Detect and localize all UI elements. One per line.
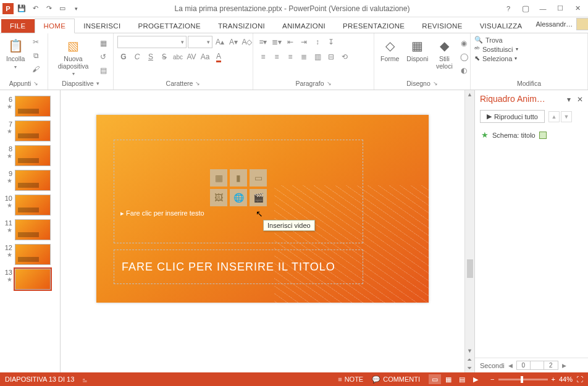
notes-button[interactable]: ≡NOTE bbox=[338, 376, 363, 383]
slideshow-view-icon[interactable]: ▶ bbox=[469, 374, 482, 384]
prev-slide-icon[interactable]: ⏶ bbox=[466, 355, 474, 364]
tab-file[interactable]: FILE bbox=[1, 19, 35, 33]
shape-effects-icon[interactable]: ◐ bbox=[458, 64, 470, 77]
select-button[interactable]: ⬉Seleziona▾ bbox=[474, 54, 517, 62]
insert-picture-icon[interactable]: 🖼 bbox=[210, 189, 227, 206]
animation-item[interactable]: ★ Schema: titolo bbox=[475, 128, 588, 142]
tab-inserisci[interactable]: INSERISCI bbox=[75, 19, 129, 33]
start-slideshow-icon[interactable]: ▭ bbox=[57, 3, 68, 14]
task-pane-options-icon[interactable]: ▾ bbox=[567, 95, 571, 104]
qat-more-icon[interactable]: ▾ bbox=[70, 3, 82, 14]
grow-font-icon[interactable]: A▴ bbox=[214, 36, 226, 48]
shrink-font-icon[interactable]: A▾ bbox=[227, 36, 240, 48]
content-placeholder[interactable]: Fare clic per inserire testo ▦ ▮ ▭ 🖼 🌐 🎬 bbox=[114, 140, 363, 243]
spellcheck-icon[interactable]: ⎁ bbox=[83, 376, 87, 383]
align-text-icon[interactable]: ⊟ bbox=[325, 51, 337, 63]
carattere-launcher-icon[interactable]: ↘ bbox=[195, 80, 200, 86]
zoom-out-icon[interactable]: − bbox=[490, 376, 494, 383]
case-icon[interactable]: Aa bbox=[199, 51, 211, 63]
redo-icon[interactable]: ↷ bbox=[43, 3, 54, 14]
play-all-button[interactable]: ▶Riproduci tutto bbox=[480, 110, 545, 123]
slide-thumbnail[interactable]: 12★ bbox=[0, 242, 60, 267]
clear-format-icon[interactable]: A◇ bbox=[241, 36, 253, 48]
insert-online-picture-icon[interactable]: 🌐 bbox=[230, 189, 247, 206]
zoom-level[interactable]: 44% bbox=[559, 376, 573, 383]
align-center-icon[interactable]: ≡ bbox=[271, 51, 283, 63]
layout-icon[interactable]: ▦ bbox=[97, 37, 109, 49]
scroll-down-icon[interactable]: ▼ bbox=[466, 346, 474, 355]
align-right-icon[interactable]: ≡ bbox=[284, 51, 296, 63]
zoom-slider[interactable] bbox=[498, 379, 548, 380]
slide-canvas[interactable]: Fare clic per inserire testo ▦ ▮ ▭ 🖼 🌐 🎬… bbox=[96, 115, 429, 303]
line-spacing-icon[interactable]: ↕ bbox=[311, 36, 324, 48]
numbering-icon[interactable]: ≣▾ bbox=[271, 36, 283, 48]
underline-icon[interactable]: S bbox=[145, 51, 157, 63]
text-direction-icon[interactable]: ↧ bbox=[325, 36, 337, 48]
bold-icon[interactable]: G bbox=[117, 51, 130, 63]
close-pane-icon[interactable]: ✕ bbox=[577, 95, 583, 104]
smartart-icon[interactable]: ⟲ bbox=[338, 51, 351, 63]
shape-outline-icon[interactable]: ◯ bbox=[458, 51, 470, 63]
tab-transizioni[interactable]: TRANSIZIONI bbox=[209, 19, 274, 33]
vertical-scrollbar[interactable]: ▲ ▼ ⏶ ⏷ bbox=[464, 90, 474, 372]
slide-thumbnail[interactable]: 10★ bbox=[0, 193, 60, 217]
scrollbar-thumb[interactable] bbox=[467, 259, 473, 278]
save-icon[interactable]: 💾 bbox=[16, 3, 27, 14]
bullets-icon[interactable]: ≡▾ bbox=[257, 36, 269, 48]
slide-thumbnail[interactable]: 11★ bbox=[0, 217, 60, 242]
restore-icon[interactable]: ☐ bbox=[552, 2, 568, 15]
replace-button[interactable]: ᵃᵇSostituisci▾ bbox=[474, 45, 518, 53]
scroll-up-icon[interactable]: ▲ bbox=[466, 90, 474, 99]
slide-thumbnail[interactable]: 8★ bbox=[0, 143, 60, 168]
reading-view-icon[interactable]: ▤ bbox=[456, 374, 468, 384]
next-slide-icon[interactable]: ⏷ bbox=[466, 364, 474, 372]
insert-smartart-icon[interactable]: ▭ bbox=[250, 169, 267, 187]
tab-revisione[interactable]: REVISIONE bbox=[413, 19, 471, 33]
move-up-icon[interactable]: ▲ bbox=[548, 111, 560, 122]
tab-animazioni[interactable]: ANIMAZIONI bbox=[274, 19, 334, 33]
align-left-icon[interactable]: ≡ bbox=[257, 51, 269, 63]
insert-table-icon[interactable]: ▦ bbox=[210, 169, 227, 187]
paragrafo-launcher-icon[interactable]: ↘ bbox=[327, 80, 332, 86]
timeline-left-icon[interactable]: ◀ bbox=[508, 363, 513, 369]
ribbon-options-icon[interactable]: ▢ bbox=[518, 2, 534, 15]
section-icon[interactable]: ▤ bbox=[97, 64, 109, 77]
cut-icon[interactable]: ✂ bbox=[30, 36, 42, 48]
shadow-icon[interactable]: abc bbox=[172, 51, 184, 63]
tab-progettazione[interactable]: PROGETTAZIONE bbox=[129, 19, 209, 33]
spacing-icon[interactable]: AV bbox=[185, 51, 198, 63]
sorter-view-icon[interactable]: ▦ bbox=[442, 374, 455, 384]
comments-button[interactable]: 💬COMMENTI bbox=[372, 376, 420, 384]
arrange-button[interactable]: ▦ Disponi bbox=[404, 36, 430, 64]
fit-window-icon[interactable]: ⛶ bbox=[576, 376, 583, 383]
tab-home[interactable]: HOME bbox=[35, 19, 75, 33]
italic-icon[interactable]: C bbox=[131, 51, 143, 63]
move-down-icon[interactable]: ▼ bbox=[561, 111, 572, 122]
title-placeholder[interactable]: FARE CLIC PER INSERIRE IL TITOLO bbox=[114, 250, 363, 284]
minimize-icon[interactable]: — bbox=[535, 2, 551, 15]
tab-presentazione[interactable]: PRESENTAZIONE bbox=[334, 19, 413, 33]
slide-thumbnail[interactable]: 13★ bbox=[0, 267, 60, 292]
find-button[interactable]: 🔍Trova bbox=[474, 36, 503, 44]
copy-icon[interactable]: ⧉ bbox=[30, 49, 42, 62]
tab-visualizza[interactable]: VISUALIZZA bbox=[471, 19, 531, 33]
slide-thumbnail[interactable]: 7★ bbox=[0, 119, 60, 143]
zoom-in-icon[interactable]: + bbox=[552, 376, 555, 383]
disegno-launcher-icon[interactable]: ↘ bbox=[433, 80, 438, 86]
font-family-combo[interactable] bbox=[117, 36, 187, 48]
paste-button[interactable]: 📋 Incolla ▾ bbox=[4, 36, 27, 71]
indent-inc-icon[interactable]: ⇥ bbox=[298, 36, 310, 48]
timeline-right-icon[interactable]: ▶ bbox=[562, 363, 566, 369]
font-color-icon[interactable]: A bbox=[212, 51, 225, 63]
diapositive-launcher-icon[interactable]: ▾ bbox=[96, 80, 99, 86]
strike-icon[interactable]: S̶ bbox=[158, 51, 170, 63]
insert-video-icon[interactable]: 🎬 bbox=[250, 189, 267, 206]
help-icon[interactable]: ? bbox=[500, 2, 516, 15]
columns-icon[interactable]: ▥ bbox=[311, 51, 324, 63]
reset-icon[interactable]: ↺ bbox=[97, 51, 109, 63]
normal-view-icon[interactable]: ▭ bbox=[429, 374, 441, 384]
zoom-handle[interactable] bbox=[521, 376, 523, 383]
indent-dec-icon[interactable]: ⇤ bbox=[284, 36, 296, 48]
justify-icon[interactable]: ≣ bbox=[298, 51, 310, 63]
insert-chart-icon[interactable]: ▮ bbox=[230, 169, 247, 187]
